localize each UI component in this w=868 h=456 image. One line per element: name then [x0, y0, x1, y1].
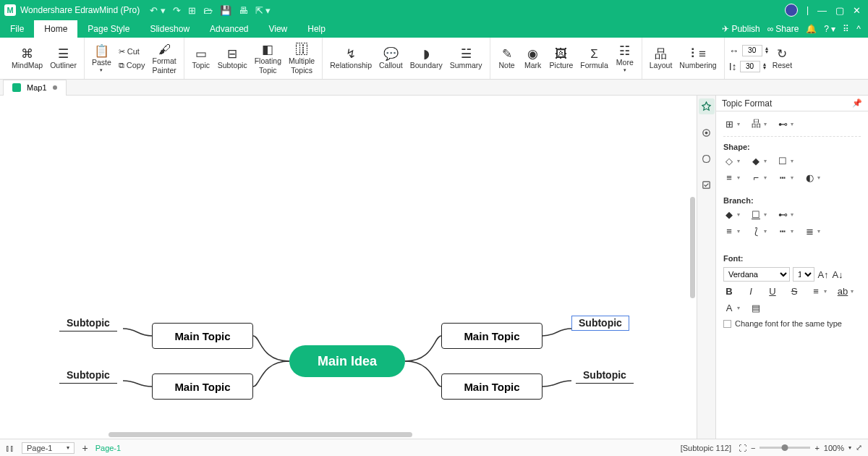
- zoom-out-button[interactable]: −: [751, 444, 755, 452]
- share-button[interactable]: ∞ Share: [767, 24, 799, 34]
- font-size-select[interactable]: 14: [793, 267, 814, 282]
- bold-button[interactable]: B: [723, 286, 735, 297]
- floating-topic-button[interactable]: ◧FloatingTopic: [252, 41, 284, 75]
- font-name-select[interactable]: Verdana: [723, 267, 790, 282]
- menu-help[interactable]: Help: [297, 20, 336, 38]
- mindmap-button[interactable]: ⌘MindMap: [9, 45, 46, 71]
- add-page-button[interactable]: +: [82, 442, 88, 454]
- copy-button[interactable]: ⧉Copy: [116, 59, 148, 72]
- multiple-topics-button[interactable]: ⿲MultipleTopics: [286, 41, 318, 75]
- subtopic-selected[interactable]: Subtopic: [571, 316, 629, 331]
- height-spinner[interactable]: I↕▴▾: [729, 61, 768, 72]
- menu-advanced[interactable]: Advanced: [200, 20, 258, 38]
- summary-button[interactable]: ☱Summary: [447, 45, 485, 71]
- zoom-in-button[interactable]: +: [814, 444, 819, 452]
- subtopic[interactable]: Subtopic: [59, 368, 117, 384]
- italic-button[interactable]: I: [745, 286, 757, 297]
- shadow-button[interactable]: ◐▾: [804, 172, 820, 183]
- branch-style-button[interactable]: ☐▾: [750, 209, 767, 220]
- branch-color-button[interactable]: ◆▾: [723, 209, 740, 220]
- main-topic[interactable]: Main Topic: [441, 373, 542, 400]
- branch-connector-button[interactable]: ⊷▾: [777, 209, 793, 220]
- clip-icon[interactable]: [699, 151, 715, 166]
- page-tab[interactable]: Page-1: [95, 444, 121, 452]
- canvas[interactable]: Main Idea Main Topic Main Topic Main Top…: [0, 96, 697, 439]
- main-topic[interactable]: Main Topic: [152, 323, 253, 349]
- menu-view[interactable]: View: [258, 20, 297, 38]
- width-spinner[interactable]: ↔▴▾: [729, 45, 768, 56]
- user-avatar-icon[interactable]: [785, 4, 798, 17]
- more-button[interactable]: ☷More▾: [613, 42, 637, 74]
- increase-font-button[interactable]: A↑: [817, 269, 829, 280]
- menu-slideshow[interactable]: Slideshow: [140, 20, 200, 38]
- undo-icon[interactable]: ↶ ▾: [150, 5, 166, 16]
- branch-end-button[interactable]: ≣▾: [804, 226, 820, 237]
- cut-button[interactable]: ✂Cut: [116, 46, 148, 58]
- subtopic[interactable]: Subtopic: [59, 316, 117, 332]
- dash-button[interactable]: ┅▾: [777, 172, 793, 183]
- subtopic[interactable]: Subtopic: [576, 368, 634, 384]
- topic-button[interactable]: ▭Topic: [189, 45, 213, 71]
- menu-page-style[interactable]: Page Style: [77, 20, 140, 38]
- print-icon[interactable]: 🖶: [239, 5, 248, 16]
- underline-button[interactable]: U: [767, 286, 778, 297]
- format-painter-button[interactable]: 🖌FormatPainter: [150, 41, 179, 75]
- callout-button[interactable]: 💬Callout: [376, 45, 406, 71]
- structure-button[interactable]: 品▾: [750, 117, 767, 130]
- apps-icon[interactable]: ⠿: [843, 24, 849, 34]
- menu-home[interactable]: Home: [34, 20, 77, 38]
- corner-button[interactable]: ⌐▾: [750, 172, 767, 183]
- main-topic[interactable]: Main Topic: [441, 323, 542, 349]
- maximize-button[interactable]: ▢: [835, 5, 844, 16]
- align-button[interactable]: ≡▾: [810, 286, 827, 297]
- layout-button[interactable]: 品Layout: [647, 45, 676, 71]
- central-topic[interactable]: Main Idea: [289, 345, 405, 377]
- help-icon[interactable]: ? ▾: [824, 24, 835, 34]
- branch-line-button[interactable]: ≡▾: [723, 226, 740, 237]
- para-button[interactable]: ▤: [750, 303, 762, 313]
- change-font-checkbox[interactable]: Change font for the same type: [723, 319, 861, 328]
- document-tab[interactable]: Map1: [3, 80, 67, 96]
- boundary-button[interactable]: ◗Boundary: [407, 45, 446, 71]
- layout-type-button[interactable]: ⊞▾: [723, 119, 740, 130]
- highlight-button[interactable]: ab▾: [837, 286, 854, 297]
- connector-style-button[interactable]: ⊷▾: [777, 119, 793, 130]
- branch-dash-button[interactable]: ┅▾: [777, 226, 793, 237]
- font-color-button[interactable]: A▾: [723, 303, 740, 313]
- close-button[interactable]: ✕: [853, 5, 861, 16]
- collapse-ribbon-icon[interactable]: ^: [856, 24, 861, 34]
- task-icon[interactable]: [699, 177, 715, 193]
- branch-curve-button[interactable]: ⟅▾: [750, 226, 767, 237]
- subtopic-button[interactable]: ⊟Subtopic: [215, 45, 250, 71]
- outline-view-icon[interactable]: ⫿⫿: [6, 444, 14, 452]
- bell-icon[interactable]: 🔔: [806, 24, 817, 34]
- line-style-button[interactable]: ≡▾: [723, 172, 740, 183]
- formula-button[interactable]: ΣFormula: [577, 45, 611, 71]
- paste-button[interactable]: 📋Paste▾: [89, 42, 114, 74]
- save-icon[interactable]: 💾: [220, 5, 231, 16]
- page-selector[interactable]: Page-1▾: [22, 442, 75, 454]
- new-icon[interactable]: ⊞: [188, 5, 196, 16]
- pin-icon[interactable]: 📌: [852, 98, 862, 108]
- relationship-button[interactable]: ↯Relationship: [327, 45, 375, 71]
- shape-border-button[interactable]: ☐▾: [777, 156, 793, 166]
- numbering-button[interactable]: ⠇≡Numbering: [676, 45, 719, 71]
- redo-icon[interactable]: ↷: [173, 5, 181, 16]
- theme-icon[interactable]: [699, 124, 715, 140]
- fit-icon[interactable]: ⛶: [739, 444, 746, 452]
- minimize-button[interactable]: —: [817, 5, 827, 16]
- fullscreen-icon[interactable]: ⤢: [856, 443, 862, 452]
- horizontal-scrollbar[interactable]: [109, 432, 412, 437]
- strike-button[interactable]: S: [788, 286, 800, 297]
- note-button[interactable]: ✎Note: [495, 45, 519, 71]
- menu-file[interactable]: File: [0, 20, 34, 38]
- open-icon[interactable]: 🗁: [203, 5, 213, 16]
- outliner-button[interactable]: ☰Outliner: [47, 45, 80, 71]
- main-topic[interactable]: Main Topic: [152, 373, 253, 400]
- zoom-slider[interactable]: [760, 447, 810, 449]
- shape-fill-button[interactable]: ◇▾: [723, 156, 740, 166]
- export-icon[interactable]: ⇱ ▾: [255, 5, 271, 16]
- reset-button[interactable]: ↻Reset: [770, 45, 795, 71]
- shape-color-button[interactable]: ◆▾: [750, 156, 767, 166]
- picture-button[interactable]: 🖼Picture: [547, 45, 576, 71]
